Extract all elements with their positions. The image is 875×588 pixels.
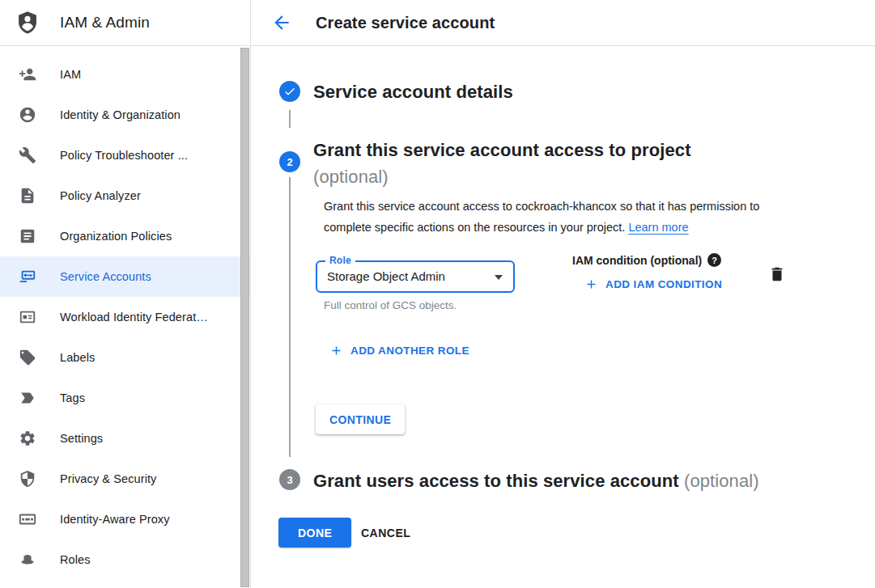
- learn-more-link[interactable]: Learn more: [628, 221, 688, 234]
- sidebar-item-policy-troubleshooter[interactable]: Policy Troubleshooter ...: [0, 135, 250, 176]
- step2-title-block: Grant this service account access to pro…: [313, 137, 691, 190]
- sidebar-nav: IAMIdentity & OrganizationPolicy Trouble…: [0, 46, 250, 580]
- sidebar-item-organization-policies[interactable]: Organization Policies: [0, 216, 250, 256]
- sidebar-item-label: Workload Identity Federat…: [60, 311, 208, 324]
- iam-shield-logo-icon: [15, 9, 40, 36]
- sidebar-item-label: Policy Troubleshooter ...: [60, 149, 188, 162]
- role-selected-value: Storage Object Admin: [327, 262, 445, 291]
- delete-role-button[interactable]: [767, 264, 788, 286]
- sidebar-item-workload-identity-federat[interactable]: Workload Identity Federat…: [0, 297, 250, 337]
- sidebar-item-label: Privacy & Security: [60, 472, 156, 485]
- page-title: Create service account: [316, 0, 495, 45]
- back-arrow-icon: [271, 12, 292, 33]
- policy-analyzer-icon: [18, 186, 37, 205]
- iam-condition-row: IAM condition (optional) ?: [572, 253, 721, 267]
- person-add-icon: [18, 65, 37, 84]
- cancel-button[interactable]: CANCEL: [354, 518, 418, 548]
- step2-optional-label: (optional): [313, 163, 691, 190]
- sidebar-item-label: Identity-Aware Proxy: [60, 513, 170, 526]
- step3-title: Grant users access to this service accou…: [313, 471, 759, 492]
- hat-icon: [18, 550, 37, 569]
- sidebar: IAM & Admin IAMIdentity & OrganizationPo…: [0, 0, 251, 588]
- page-header: Create service account: [251, 0, 875, 46]
- main-content: Create service account Service account d…: [251, 0, 875, 588]
- tag-icon: [18, 348, 37, 367]
- sidebar-item-policy-analyzer[interactable]: Policy Analyzer: [0, 176, 250, 216]
- step-connector: [289, 110, 291, 128]
- sidebar-item-labels[interactable]: Labels: [0, 337, 250, 378]
- chevron-down-icon: [495, 275, 503, 280]
- sidebar-item-roles[interactable]: Roles: [0, 539, 250, 580]
- sidebar-item-label: Roles: [60, 553, 91, 566]
- role-select[interactable]: Role Storage Object Admin: [316, 260, 515, 293]
- help-icon[interactable]: ?: [707, 253, 721, 267]
- step-connector: [289, 177, 291, 457]
- proxy-icon: [18, 510, 37, 529]
- sidebar-header: IAM & Admin: [0, 0, 250, 46]
- step2-description: Grant this service account access to coc…: [324, 197, 809, 238]
- sidebar-item-label: IAM: [60, 68, 81, 81]
- step3-optional-label: (optional): [684, 471, 759, 491]
- sidebar-item-tags[interactable]: Tags: [0, 378, 250, 418]
- plus-icon: [584, 277, 598, 291]
- shield-half-icon: [18, 469, 37, 489]
- service-account-key-icon: [18, 267, 37, 286]
- sidebar-item-label: Policy Analyzer: [60, 189, 141, 202]
- arrow-tag-icon: [18, 388, 37, 408]
- back-arrow-button[interactable]: [271, 12, 292, 33]
- trash-icon: [768, 265, 786, 283]
- sidebar-item-label: Labels: [60, 351, 95, 364]
- iam-admin-page: IAM & Admin IAMIdentity & OrganizationPo…: [0, 0, 875, 588]
- step2-number-badge: 2: [279, 151, 300, 172]
- done-button[interactable]: DONE: [278, 518, 351, 548]
- sidebar-item-label: Tags: [60, 391, 85, 404]
- step1-complete-check-icon: [279, 81, 300, 102]
- step3-number-badge: 3: [279, 469, 300, 490]
- sidebar-item-identity-organization[interactable]: Identity & Organization: [0, 95, 250, 135]
- iam-condition-label: IAM condition (optional): [572, 254, 702, 267]
- add-iam-condition-button[interactable]: ADD IAM CONDITION: [584, 277, 722, 291]
- identity-card-icon: [18, 307, 37, 327]
- gear-icon: [18, 429, 37, 448]
- sidebar-item-service-accounts[interactable]: Service Accounts: [0, 256, 250, 297]
- sidebar-item-iam[interactable]: IAM: [0, 54, 250, 95]
- add-another-role-button[interactable]: ADD ANOTHER ROLE: [329, 344, 469, 357]
- step1-title: Service account details: [313, 82, 513, 103]
- role-helper-text: Full control of GCS objects.: [324, 299, 457, 311]
- sidebar-item-settings[interactable]: Settings: [0, 418, 250, 459]
- sidebar-item-label: Service Accounts: [60, 270, 151, 283]
- wrench-icon: [18, 146, 37, 165]
- sidebar-item-identity-aware-proxy[interactable]: Identity-Aware Proxy: [0, 499, 250, 539]
- identity-person-icon: [18, 105, 37, 125]
- sidebar-item-label: Settings: [60, 432, 103, 445]
- app-title: IAM & Admin: [60, 14, 150, 32]
- plus-icon: [329, 344, 343, 357]
- continue-button[interactable]: CONTINUE: [316, 404, 405, 434]
- sidebar-item-label: Identity & Organization: [60, 108, 181, 121]
- sidebar-item-label: Organization Policies: [60, 230, 172, 243]
- description-text: Grant this service account access to coc…: [324, 200, 759, 234]
- sidebar-scrollbar[interactable]: [240, 48, 249, 587]
- step2-title: Grant this service account access to pro…: [313, 137, 691, 163]
- document-icon: [18, 226, 37, 246]
- sidebar-item-privacy-security[interactable]: Privacy & Security: [0, 459, 250, 499]
